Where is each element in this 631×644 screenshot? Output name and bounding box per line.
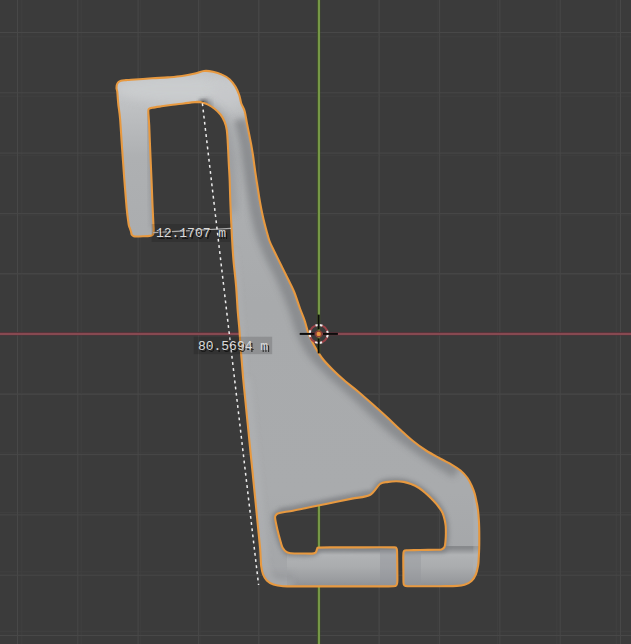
svg-text:80.5694 m: 80.5694 m bbox=[198, 339, 268, 354]
svg-text:12.1707 m: 12.1707 m bbox=[156, 226, 226, 241]
